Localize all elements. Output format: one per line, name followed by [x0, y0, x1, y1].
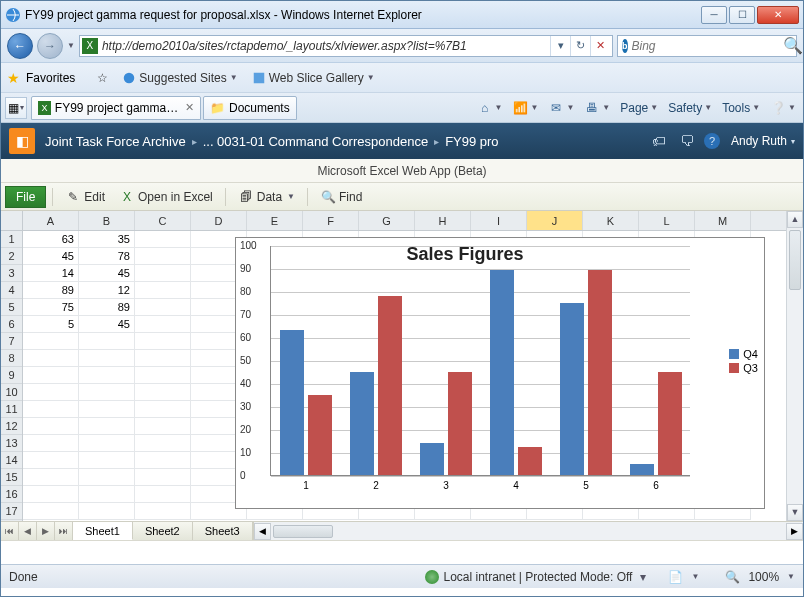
zoom-dropdown[interactable]: ▼: [787, 572, 795, 581]
col-header-H[interactable]: H: [415, 211, 471, 230]
cell[interactable]: [135, 418, 191, 435]
file-menu[interactable]: File: [5, 186, 46, 208]
cell[interactable]: [135, 435, 191, 452]
refresh-button[interactable]: ↻: [570, 36, 590, 56]
feeds-button[interactable]: 📶▼: [509, 98, 541, 118]
cell[interactable]: [79, 401, 135, 418]
address-dropdown[interactable]: ▾: [550, 36, 570, 56]
sheet-nav-next[interactable]: ▶: [37, 522, 55, 540]
cell[interactable]: [23, 333, 79, 350]
cell[interactable]: [135, 486, 191, 503]
scroll-thumb[interactable]: [789, 230, 801, 290]
row-header-14[interactable]: 14: [1, 452, 22, 469]
address-input[interactable]: [102, 39, 550, 53]
vertical-scrollbar[interactable]: ▲ ▼: [786, 211, 803, 521]
cell[interactable]: [79, 367, 135, 384]
col-header-B[interactable]: B: [79, 211, 135, 230]
row-header-6[interactable]: 6: [1, 316, 22, 333]
cell[interactable]: [79, 503, 135, 520]
cell[interactable]: [135, 367, 191, 384]
cell[interactable]: 45: [79, 316, 135, 333]
horizontal-scrollbar[interactable]: ◀ ▶: [253, 522, 803, 540]
cell[interactable]: [23, 367, 79, 384]
row-header-16[interactable]: 16: [1, 486, 22, 503]
favorites-add-icon[interactable]: ☆: [93, 69, 112, 87]
tab-close-icon[interactable]: ✕: [185, 101, 194, 114]
cell[interactable]: 75: [23, 299, 79, 316]
col-header-J[interactable]: J: [527, 211, 583, 230]
search-box[interactable]: b 🔍: [617, 35, 797, 57]
row-header-2[interactable]: 2: [1, 248, 22, 265]
sheet-nav-first[interactable]: ⏮: [1, 522, 19, 540]
cell[interactable]: 5: [23, 316, 79, 333]
scroll-right-button[interactable]: ▶: [786, 523, 803, 540]
maximize-button[interactable]: ☐: [729, 6, 755, 24]
cell[interactable]: [23, 418, 79, 435]
zoom-icon[interactable]: 🔍: [725, 570, 740, 584]
suggested-sites-link[interactable]: Suggested Sites ▼: [118, 69, 241, 87]
tag-icon[interactable]: 🏷: [648, 130, 670, 152]
notes-icon[interactable]: 🗨: [676, 130, 698, 152]
cell[interactable]: [135, 265, 191, 282]
tab-documents[interactable]: 📁 Documents: [203, 96, 297, 120]
col-header-D[interactable]: D: [191, 211, 247, 230]
help-icon[interactable]: ?: [704, 133, 720, 149]
cell[interactable]: [23, 435, 79, 452]
row-header-3[interactable]: 3: [1, 265, 22, 282]
cell[interactable]: 14: [23, 265, 79, 282]
cell[interactable]: [79, 384, 135, 401]
cell[interactable]: [135, 299, 191, 316]
row-header-17[interactable]: 17: [1, 503, 22, 520]
sheet-nav-prev[interactable]: ◀: [19, 522, 37, 540]
cell[interactable]: [135, 384, 191, 401]
back-button[interactable]: ←: [7, 33, 33, 59]
cell[interactable]: [135, 333, 191, 350]
cell[interactable]: [135, 248, 191, 265]
site-logo-icon[interactable]: ◧: [9, 128, 35, 154]
row-header-7[interactable]: 7: [1, 333, 22, 350]
cell[interactable]: [79, 452, 135, 469]
open-in-excel-button[interactable]: XOpen in Excel: [113, 187, 219, 207]
minimize-button[interactable]: ─: [701, 6, 727, 24]
quick-tabs-button[interactable]: ▦▾: [5, 97, 27, 119]
col-header-E[interactable]: E: [247, 211, 303, 230]
col-header-K[interactable]: K: [583, 211, 639, 230]
cell[interactable]: 89: [79, 299, 135, 316]
sheet-nav-last[interactable]: ⏭: [55, 522, 73, 540]
compat-view-icon[interactable]: 📄: [668, 570, 683, 584]
row-header-4[interactable]: 4: [1, 282, 22, 299]
safety-menu[interactable]: Safety ▼: [665, 99, 715, 117]
sheet-tab-2[interactable]: Sheet2: [133, 522, 193, 540]
protected-mode-dropdown[interactable]: ▾: [640, 570, 646, 584]
print-button[interactable]: 🖶▼: [581, 98, 613, 118]
favorites-label[interactable]: Favorites: [26, 71, 75, 85]
cell[interactable]: [23, 486, 79, 503]
row-header-11[interactable]: 11: [1, 401, 22, 418]
scroll-left-button[interactable]: ◀: [254, 523, 271, 540]
cell[interactable]: [135, 503, 191, 520]
cell[interactable]: [135, 282, 191, 299]
row-header-8[interactable]: 8: [1, 350, 22, 367]
data-menu[interactable]: 🗐Data▼: [232, 187, 301, 207]
col-header-F[interactable]: F: [303, 211, 359, 230]
tools-menu[interactable]: Tools ▼: [719, 99, 763, 117]
cell[interactable]: 35: [79, 231, 135, 248]
cell[interactable]: [23, 503, 79, 520]
cell[interactable]: [23, 401, 79, 418]
find-button[interactable]: 🔍Find: [314, 187, 368, 207]
row-header-10[interactable]: 10: [1, 384, 22, 401]
help-button[interactable]: ❔▼: [767, 98, 799, 118]
col-header-L[interactable]: L: [639, 211, 695, 230]
scroll-down-button[interactable]: ▼: [787, 504, 803, 521]
select-all-corner[interactable]: [1, 211, 22, 231]
col-header-M[interactable]: M: [695, 211, 751, 230]
search-go-icon[interactable]: 🔍: [783, 36, 803, 55]
home-button[interactable]: ⌂▼: [474, 98, 506, 118]
cell[interactable]: [23, 384, 79, 401]
cell[interactable]: [135, 469, 191, 486]
row-header-1[interactable]: 1: [1, 231, 22, 248]
search-input[interactable]: [632, 39, 783, 53]
sheet-tab-3[interactable]: Sheet3: [193, 522, 253, 540]
favorites-star-icon[interactable]: ★: [7, 70, 20, 86]
page-menu[interactable]: Page ▼: [617, 99, 661, 117]
